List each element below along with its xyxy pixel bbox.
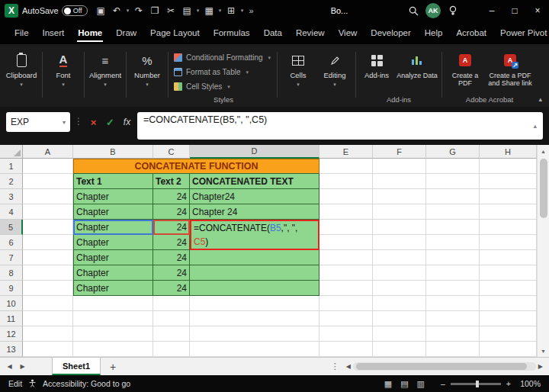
sheet-nav-left-icon[interactable]: ◀ — [5, 363, 14, 370]
sheet-bar-overflow-icon[interactable]: ⋮ — [327, 361, 343, 371]
accessibility-icon[interactable] — [28, 379, 37, 389]
scroll-left-icon[interactable]: ◀ — [346, 363, 351, 370]
editing-button[interactable]: Editing ▾ — [316, 47, 353, 107]
menu-tab-power-pivot[interactable]: Power Pivot — [493, 21, 549, 44]
search-icon[interactable] — [406, 2, 422, 19]
cell-C2[interactable]: Text 2 — [153, 174, 190, 189]
maximize-button[interactable]: □ — [503, 0, 526, 21]
add-ins-button[interactable]: Add-ins — [358, 47, 395, 80]
cell-E13[interactable] — [319, 342, 373, 357]
cell-F6[interactable] — [373, 235, 426, 250]
column-header-h[interactable]: H — [480, 145, 537, 159]
cell-A8[interactable] — [23, 265, 73, 281]
cell-B1-merged-title[interactable]: CONCATENATE FUNCTION — [73, 159, 319, 174]
cell-G1[interactable] — [426, 159, 480, 174]
cell-H1[interactable] — [480, 159, 537, 174]
cell-H4[interactable] — [480, 204, 537, 220]
cell-E6[interactable] — [319, 235, 373, 250]
collapse-ribbon-icon[interactable]: ▴ — [538, 95, 542, 103]
cell-F7[interactable] — [373, 250, 426, 265]
confirm-entry-button[interactable]: ✓ — [104, 112, 117, 132]
horizontal-scrollbar-track[interactable] — [353, 362, 536, 371]
cell-E3[interactable] — [319, 189, 373, 204]
cell-E5[interactable] — [319, 220, 373, 235]
cell-E1[interactable] — [319, 159, 373, 174]
cell-B2[interactable]: Text 1 — [73, 174, 153, 189]
menu-tab-home[interactable]: Home — [71, 21, 109, 44]
expand-formula-bar-icon[interactable]: ▴ — [533, 122, 537, 130]
name-box-chevron-icon[interactable]: ▾ — [63, 119, 66, 126]
row-header-4[interactable]: 4 — [0, 204, 23, 220]
column-header-e[interactable]: E — [319, 145, 373, 159]
cell-C7[interactable]: 24 — [153, 250, 190, 265]
cell-E12[interactable] — [319, 326, 373, 342]
paste-icon[interactable]: ▤ — [179, 2, 195, 19]
cell-C10[interactable] — [153, 296, 190, 311]
name-box[interactable]: EXP ▾ — [6, 112, 70, 132]
avatar[interactable]: AK — [425, 3, 441, 18]
cell-B9[interactable]: Chapter — [73, 281, 153, 296]
cell-G4[interactable] — [426, 204, 480, 220]
autosave-toggle[interactable]: AutoSave Off — [22, 5, 88, 16]
cell-E9[interactable] — [319, 281, 373, 296]
cell-D2[interactable]: CONCATENATED TEXT — [190, 174, 319, 189]
cell-G3[interactable] — [426, 189, 480, 204]
sheet-tab-sheet1[interactable]: Sheet1 — [52, 358, 101, 375]
zoom-level[interactable]: 100% — [516, 379, 541, 388]
cell-A1[interactable] — [23, 159, 73, 174]
cell-F12[interactable] — [373, 326, 426, 342]
cell-H2[interactable] — [480, 174, 537, 189]
row-header-13[interactable]: 13 — [0, 342, 23, 357]
cell-B13[interactable] — [73, 342, 153, 357]
cell-D11[interactable] — [190, 311, 319, 326]
cell-C6[interactable]: 24 — [153, 235, 190, 250]
cell-D7[interactable] — [190, 250, 319, 265]
insert-function-button[interactable]: fx — [120, 112, 133, 132]
cell-A3[interactable] — [23, 189, 73, 204]
cell-C4[interactable]: 24 — [153, 204, 190, 220]
scroll-up-icon[interactable]: ▲ — [538, 145, 549, 157]
accessibility-status[interactable]: Accessibility: Good to go — [43, 379, 130, 388]
formula-input[interactable]: =CONCATENATE(B5,", ",C5) ▴ — [137, 112, 543, 140]
cell-F10[interactable] — [373, 296, 426, 311]
cell-A7[interactable] — [23, 250, 73, 265]
cell-A9[interactable] — [23, 281, 73, 296]
cancel-entry-button[interactable]: × — [87, 112, 100, 132]
menu-tab-acrobat[interactable]: Acrobat — [449, 21, 493, 44]
cell-E2[interactable] — [319, 174, 373, 189]
cell-F13[interactable] — [373, 342, 426, 357]
cell-D10[interactable] — [190, 296, 319, 311]
cell-F9[interactable] — [373, 281, 426, 296]
cell-G7[interactable] — [426, 250, 480, 265]
menu-tab-view[interactable]: View — [332, 21, 364, 44]
menu-tab-draw[interactable]: Draw — [109, 21, 143, 44]
cell-A12[interactable] — [23, 326, 73, 342]
vertical-scrollbar-thumb[interactable] — [540, 159, 547, 218]
alignment-button[interactable]: ≡ Alignment ▾ — [87, 47, 124, 107]
create-pdf-share-button[interactable]: A↗ Create a PDF and Share link — [486, 47, 535, 88]
cell-F11[interactable] — [373, 311, 426, 326]
cell-H7[interactable] — [480, 250, 537, 265]
cell-editor-overlay-d5[interactable]: =CONCATENATE(B5,", ",C5) — [190, 220, 319, 250]
font-button[interactable]: A Font ▾ — [45, 47, 82, 107]
cell-B6[interactable]: Chapter — [73, 235, 153, 250]
menu-tab-page-layout[interactable]: Page Layout — [143, 21, 207, 44]
more-commands-icon[interactable]: » — [246, 6, 258, 15]
row-header-10[interactable]: 10 — [0, 296, 23, 311]
create-pdf-button[interactable]: A Create a PDF — [445, 47, 486, 88]
cell-H3[interactable] — [480, 189, 537, 204]
cell-H10[interactable] — [480, 296, 537, 311]
page-layout-view-icon[interactable]: ▤ — [400, 379, 408, 389]
undo-icon[interactable]: ↶ — [109, 2, 125, 19]
cell-C8[interactable]: 24 — [153, 265, 190, 281]
workbook-name[interactable]: Bo... — [325, 6, 355, 15]
cell-G9[interactable] — [426, 281, 480, 296]
cell-A6[interactable] — [23, 235, 73, 250]
cell-C12[interactable] — [153, 326, 190, 342]
cell-E10[interactable] — [319, 296, 373, 311]
cell-G11[interactable] — [426, 311, 480, 326]
row-header-7[interactable]: 7 — [0, 250, 23, 265]
analyze-data-button[interactable]: Analyze Data — [395, 47, 439, 80]
formula-bar-grip-icon[interactable]: ⋮ — [74, 112, 83, 127]
normal-view-icon[interactable]: ▦ — [384, 379, 392, 389]
